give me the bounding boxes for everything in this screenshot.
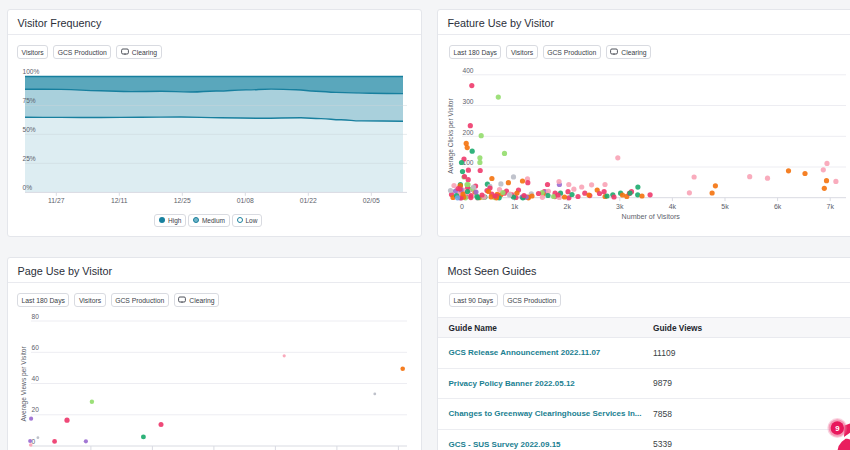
svg-text:25%: 25% <box>23 155 36 162</box>
svg-text:300: 300 <box>463 98 474 105</box>
svg-text:0: 0 <box>460 203 464 210</box>
svg-text:4k: 4k <box>669 203 677 210</box>
svg-text:1k: 1k <box>511 203 519 210</box>
svg-text:Average Clicks per Visitor: Average Clicks per Visitor <box>447 98 455 174</box>
svg-text:80: 80 <box>32 313 40 320</box>
svg-text:60: 60 <box>32 344 40 351</box>
svg-text:12/25: 12/25 <box>174 197 191 204</box>
svg-text:02/05: 02/05 <box>363 197 380 204</box>
svg-text:0%: 0% <box>23 184 33 191</box>
svg-text:01/08: 01/08 <box>237 197 254 204</box>
svg-text:Number of Visitors: Number of Visitors <box>622 213 681 221</box>
svg-text:11/27: 11/27 <box>48 197 65 204</box>
svg-text:3k: 3k <box>616 203 624 210</box>
svg-text:200: 200 <box>463 129 474 136</box>
svg-text:20: 20 <box>32 406 40 413</box>
svg-text:5k: 5k <box>721 203 729 210</box>
svg-text:6k: 6k <box>774 203 782 210</box>
svg-text:0: 0 <box>32 438 36 445</box>
svg-text:100%: 100% <box>23 68 40 75</box>
svg-text:12/11: 12/11 <box>111 197 128 204</box>
svg-text:Average Views per Visitor: Average Views per Visitor <box>20 346 28 422</box>
svg-text:75%: 75% <box>23 97 36 104</box>
svg-text:50%: 50% <box>23 126 36 133</box>
svg-text:7k: 7k <box>826 203 834 210</box>
svg-text:01/22: 01/22 <box>300 197 317 204</box>
svg-text:40: 40 <box>32 375 40 382</box>
svg-text:2k: 2k <box>563 203 571 210</box>
svg-text:9: 9 <box>835 424 840 433</box>
svg-text:400: 400 <box>463 67 474 74</box>
